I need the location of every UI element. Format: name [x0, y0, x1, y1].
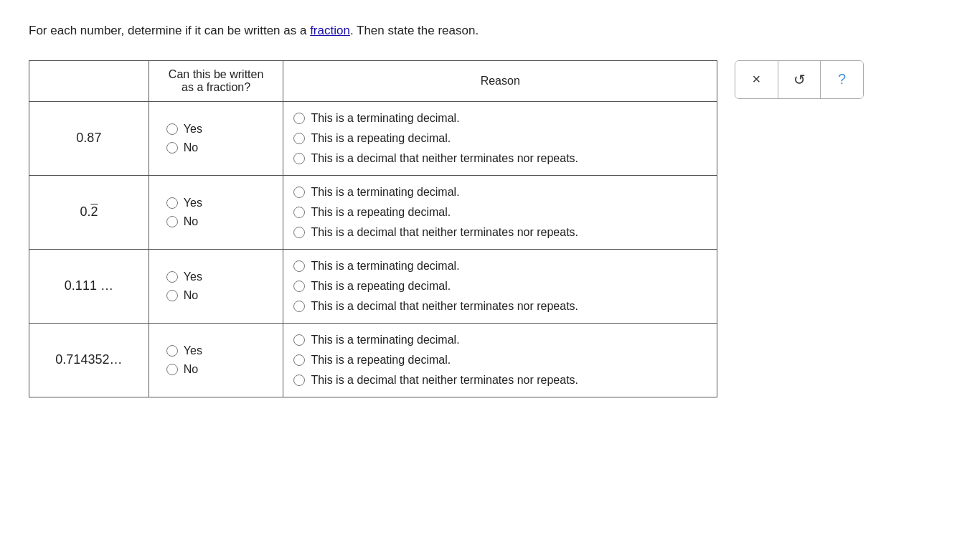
intro-after: . Then state the reason.: [350, 24, 479, 37]
toolbar: × ↺ ?: [735, 60, 864, 99]
reason-item-4-3[interactable]: This is a decimal that neither terminate…: [293, 374, 707, 387]
reason-radio-4-1[interactable]: [293, 334, 305, 346]
no-radio-2[interactable]: [166, 216, 178, 227]
reason-text-2-3: This is a decimal that neither terminate…: [311, 226, 578, 239]
reason-radio-3-2[interactable]: [293, 281, 305, 292]
fraction-cell-1: YesNo: [149, 101, 283, 175]
main-content: Can this be writtenas a fraction? Reason…: [29, 60, 951, 397]
no-radio-3[interactable]: [166, 290, 178, 301]
fraction-cell-2: YesNo: [149, 175, 283, 249]
no-radio-1[interactable]: [166, 142, 178, 154]
reason-cell-4: This is a terminating decimal.This is a …: [283, 323, 717, 397]
yes-radio-1[interactable]: [166, 123, 178, 135]
reason-cell-3: This is a terminating decimal.This is a …: [283, 249, 717, 323]
table-row: 0.87YesNoThis is a terminating decimal.T…: [29, 101, 717, 175]
table-row: 0.111 …YesNoThis is a terminating decima…: [29, 249, 717, 323]
reason-item-4-2[interactable]: This is a repeating decimal.: [293, 354, 707, 367]
no-label-3[interactable]: No: [166, 289, 198, 302]
fraction-cell-4: YesNo: [149, 323, 283, 397]
no-text-4: No: [184, 363, 198, 376]
yes-text-3: Yes: [184, 270, 202, 283]
fraction-link[interactable]: fraction: [310, 24, 350, 37]
reason-radio-1-3[interactable]: [293, 153, 305, 164]
yes-text-2: Yes: [184, 197, 202, 209]
overline-digit: 2: [90, 204, 98, 219]
reason-item-1-3[interactable]: This is a decimal that neither terminate…: [293, 152, 707, 165]
reason-item-2-2[interactable]: This is a repeating decimal.: [293, 206, 707, 219]
reason-radio-2-3[interactable]: [293, 227, 305, 238]
reason-text-3-1: This is a terminating decimal.: [311, 260, 459, 273]
reason-text-1-1: This is a terminating decimal.: [311, 112, 459, 125]
yes-radio-4[interactable]: [166, 345, 178, 357]
intro-text: For each number, determine if it can be …: [29, 22, 951, 40]
intro-before: For each number, determine if it can be …: [29, 24, 310, 37]
no-text-1: No: [184, 141, 198, 154]
yes-label-3[interactable]: Yes: [166, 270, 202, 283]
number-cell-3: 0.111 …: [29, 249, 149, 323]
yes-no-group-1: YesNo: [159, 123, 273, 154]
reason-item-4-1[interactable]: This is a terminating decimal.: [293, 334, 707, 347]
reason-item-3-1[interactable]: This is a terminating decimal.: [293, 260, 707, 273]
reason-list-4: This is a terminating decimal.This is a …: [293, 331, 707, 390]
reason-item-1-2[interactable]: This is a repeating decimal.: [293, 132, 707, 145]
number-cell-4: 0.714352…: [29, 323, 149, 397]
reason-radio-3-3[interactable]: [293, 301, 305, 312]
reason-item-3-3[interactable]: This is a decimal that neither terminate…: [293, 300, 707, 313]
header-fraction: Can this be writtenas a fraction?: [149, 60, 283, 101]
reason-radio-2-1[interactable]: [293, 187, 305, 198]
reason-item-2-3[interactable]: This is a decimal that neither terminate…: [293, 226, 707, 239]
yes-no-group-3: YesNo: [159, 270, 273, 302]
reason-text-4-2: This is a repeating decimal.: [311, 354, 451, 367]
no-label-4[interactable]: No: [166, 363, 198, 376]
reason-text-1-2: This is a repeating decimal.: [311, 132, 451, 145]
close-button[interactable]: ×: [735, 61, 778, 98]
reason-text-2-2: This is a repeating decimal.: [311, 206, 451, 219]
reason-text-1-3: This is a decimal that neither terminate…: [311, 152, 578, 165]
reason-radio-1-2[interactable]: [293, 133, 305, 144]
reason-radio-4-3[interactable]: [293, 375, 305, 386]
fraction-table: Can this be writtenas a fraction? Reason…: [29, 60, 717, 397]
yes-no-group-4: YesNo: [159, 344, 273, 376]
yes-radio-3[interactable]: [166, 271, 178, 283]
table-row: 0.2YesNoThis is a terminating decimal.Th…: [29, 175, 717, 249]
reason-text-3-2: This is a repeating decimal.: [311, 280, 451, 293]
reason-list-1: This is a terminating decimal.This is a …: [293, 109, 707, 168]
reason-list-2: This is a terminating decimal.This is a …: [293, 183, 707, 242]
header-reason: Reason: [283, 60, 717, 101]
no-radio-4[interactable]: [166, 364, 178, 375]
yes-label-1[interactable]: Yes: [166, 123, 202, 136]
yes-label-2[interactable]: Yes: [166, 197, 202, 209]
undo-button[interactable]: ↺: [778, 61, 821, 98]
reason-item-1-1[interactable]: This is a terminating decimal.: [293, 112, 707, 125]
number-cell-1: 0.87: [29, 101, 149, 175]
reason-radio-4-2[interactable]: [293, 354, 305, 366]
yes-label-4[interactable]: Yes: [166, 344, 202, 357]
no-text-2: No: [184, 215, 198, 228]
yes-no-group-2: YesNo: [159, 197, 273, 228]
yes-text-4: Yes: [184, 344, 202, 357]
no-label-2[interactable]: No: [166, 215, 198, 228]
reason-item-3-2[interactable]: This is a repeating decimal.: [293, 280, 707, 293]
no-label-1[interactable]: No: [166, 141, 198, 154]
table-row: 0.714352…YesNoThis is a terminating deci…: [29, 323, 717, 397]
reason-radio-1-1[interactable]: [293, 113, 305, 124]
reason-radio-3-1[interactable]: [293, 260, 305, 272]
reason-cell-1: This is a terminating decimal.This is a …: [283, 101, 717, 175]
fraction-cell-3: YesNo: [149, 249, 283, 323]
reason-item-2-1[interactable]: This is a terminating decimal.: [293, 186, 707, 199]
reason-text-4-3: This is a decimal that neither terminate…: [311, 374, 578, 387]
reason-radio-2-2[interactable]: [293, 207, 305, 218]
reason-list-3: This is a terminating decimal.This is a …: [293, 257, 707, 316]
reason-text-3-3: This is a decimal that neither terminate…: [311, 300, 578, 313]
reason-text-4-1: This is a terminating decimal.: [311, 334, 459, 347]
header-number: [29, 60, 149, 101]
no-text-3: No: [184, 289, 198, 302]
help-button[interactable]: ?: [821, 61, 863, 98]
reason-cell-2: This is a terminating decimal.This is a …: [283, 175, 717, 249]
reason-text-2-1: This is a terminating decimal.: [311, 186, 459, 199]
yes-radio-2[interactable]: [166, 197, 178, 209]
yes-text-1: Yes: [184, 123, 202, 136]
number-cell-2: 0.2: [29, 175, 149, 249]
